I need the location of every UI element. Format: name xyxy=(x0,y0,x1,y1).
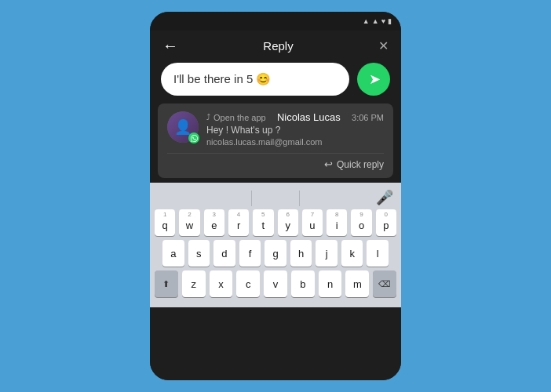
close-button[interactable]: ✕ xyxy=(378,38,389,53)
notif-email: nicolas.lucas.mail@gmail.com xyxy=(206,137,384,147)
key-f[interactable]: f xyxy=(239,240,261,267)
quick-reply-button[interactable]: ↩ Quick reply xyxy=(324,158,384,170)
key-w[interactable]: 2w xyxy=(179,209,199,236)
notification-panel: 3:07 ← Reply ✕ I'll be there in 5 😊 ➤ 👤 xyxy=(150,31,401,380)
back-button[interactable]: ← xyxy=(162,37,178,55)
key-l[interactable]: l xyxy=(367,240,389,267)
divider-1 xyxy=(251,191,252,206)
send-icon: ➤ xyxy=(369,71,381,88)
avatar-container: 👤 xyxy=(167,111,199,143)
notif-content: ⤴ Open the app Nicolas Lucas 3:06 PM Hey… xyxy=(206,111,384,147)
key-m[interactable]: m xyxy=(345,270,369,297)
key-h[interactable]: h xyxy=(290,240,312,267)
status-icons: ▲ ▲ ♥ ▮ xyxy=(363,17,392,25)
key-t[interactable]: 5t xyxy=(253,209,273,236)
key-z[interactable]: z xyxy=(182,270,206,297)
key-a[interactable]: a xyxy=(162,240,184,267)
key-n[interactable]: n xyxy=(319,270,342,297)
quick-reply-arrow: ↩ xyxy=(324,158,333,170)
notif-header: ← Reply ✕ xyxy=(150,31,401,58)
notif-name-row: ⤴ Open the app Nicolas Lucas 3:06 PM xyxy=(206,111,384,123)
key-j[interactable]: j xyxy=(316,240,338,267)
key-shift[interactable]: ⬆ xyxy=(155,270,178,297)
key-d[interactable]: d xyxy=(213,240,235,267)
reply-input-row: I'll be there in 5 😊 ➤ xyxy=(150,58,401,103)
quick-reply-row: ↩ Quick reply xyxy=(167,153,384,170)
key-v[interactable]: v xyxy=(264,270,287,297)
key-r[interactable]: 4r xyxy=(228,209,249,236)
status-bar: ▲ ▲ ♥ ▮ xyxy=(150,12,401,31)
divider-2 xyxy=(299,191,300,206)
key-g[interactable]: g xyxy=(265,240,286,267)
notif-message: Hey ! What's up ? xyxy=(206,125,384,136)
signal-icon: ▲ xyxy=(372,17,379,25)
open-app-label[interactable]: Open the app xyxy=(213,113,266,122)
keyboard-row-2: a s d f g h j k l xyxy=(153,240,398,267)
send-button[interactable]: ➤ xyxy=(357,63,390,96)
reply-text-input[interactable]: I'll be there in 5 😊 xyxy=(161,63,349,96)
key-c[interactable]: c xyxy=(236,270,260,297)
keyboard-row-3: ⬆ z x c v b n m ⌫ xyxy=(153,270,398,297)
phone-frame: ▲ ▲ ♥ ▮ 3:07 ← Reply ✕ I'll be there in … xyxy=(150,12,401,380)
keyboard-dividers xyxy=(251,191,300,206)
key-o[interactable]: 9o xyxy=(351,209,371,236)
key-e[interactable]: 3e xyxy=(204,209,224,236)
notification-card: 👤 ⤴ Open the app xyxy=(158,103,393,178)
battery-icon: ▮ xyxy=(388,17,392,25)
open-app-icon: ⤴ xyxy=(206,113,210,122)
keyboard-row-1: 1q 2w 3e 4r 5t 6y 7u 8i 9o 0p xyxy=(153,209,398,236)
key-x[interactable]: x xyxy=(210,270,233,297)
key-y[interactable]: 6y xyxy=(278,209,298,236)
quick-reply-label: Quick reply xyxy=(337,159,384,170)
key-s[interactable]: s xyxy=(188,240,210,267)
key-k[interactable]: k xyxy=(341,240,363,267)
wifi-icon: ▲ xyxy=(363,17,370,25)
notif-top: 👤 ⤴ Open the app xyxy=(167,111,384,147)
whatsapp-badge xyxy=(188,132,199,143)
notif-time: 3:06 PM xyxy=(352,113,384,122)
reply-title: Reply xyxy=(263,39,293,53)
keyboard-area: 🎤 1q 2w 3e 4r 5t 6y 7u 8i 9o 0p a s d f xyxy=(150,183,401,307)
key-u[interactable]: 7u xyxy=(302,209,323,236)
heart-icon: ♥ xyxy=(381,17,385,25)
keyboard-top-row: 🎤 xyxy=(153,187,398,209)
whatsapp-icon xyxy=(191,135,198,142)
key-p[interactable]: 0p xyxy=(376,209,396,236)
key-b[interactable]: b xyxy=(291,270,315,297)
key-q[interactable]: 1q xyxy=(155,209,175,236)
mic-icon[interactable]: 🎤 xyxy=(376,189,393,206)
key-backspace[interactable]: ⌫ xyxy=(373,270,396,297)
sender-name: Nicolas Lucas xyxy=(277,111,341,123)
reply-input-value: I'll be there in 5 😊 xyxy=(173,72,271,86)
key-i[interactable]: 8i xyxy=(327,209,347,236)
